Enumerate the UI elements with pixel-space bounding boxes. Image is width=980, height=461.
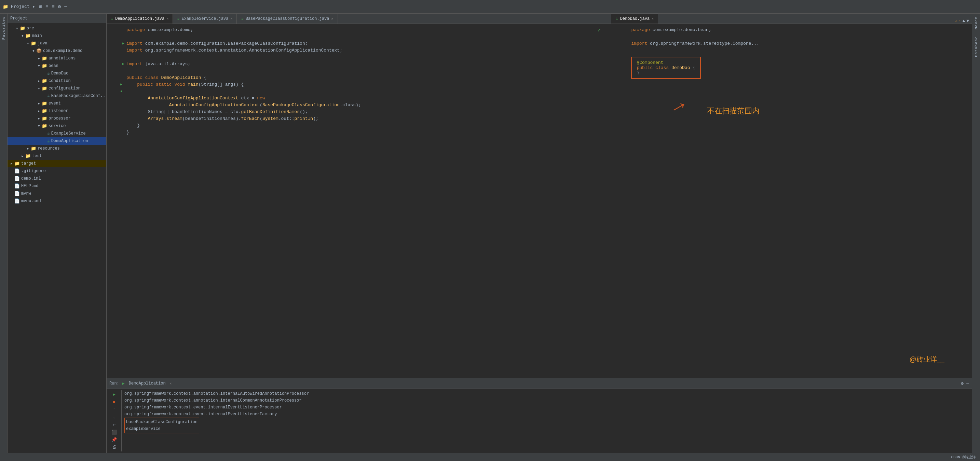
tab-basepackage[interactable]: ☕ BasePackageClassConfiguration.java ✕ xyxy=(237,14,337,24)
tree-item-annotations[interactable]: ▸ 📁 annotations xyxy=(8,55,106,62)
code-line-close1: } xyxy=(107,122,611,129)
tree-item-src[interactable]: ▾ 📁 src xyxy=(8,25,106,32)
icon-list[interactable]: ≡ xyxy=(45,4,48,10)
code-line-import3: ▶ import java.util.Arrays; xyxy=(107,61,611,68)
tree-item-main[interactable]: ▾ 📁 main xyxy=(8,32,106,40)
tree-item-event[interactable]: ▸ 📁 event xyxy=(8,100,106,107)
tree-item-mvnw-cmd[interactable]: 📄 mvnw.cmd xyxy=(8,197,106,205)
sidebar-header: Project xyxy=(8,14,106,23)
tab-exampleservice-label: ExampleService.java xyxy=(182,16,229,21)
code-line-class: public class DemoApplication { xyxy=(107,74,611,81)
tree-item-test[interactable]: ▸ 📁 test xyxy=(8,152,106,160)
tree-item-help-md[interactable]: 📄 HELP.md xyxy=(8,182,106,190)
maven-label[interactable]: Maven xyxy=(974,16,978,29)
arrow-annotation: → xyxy=(668,94,690,120)
tree-item-condition[interactable]: ▸ 📁 condition xyxy=(8,77,106,85)
tab-demoapplication[interactable]: ☕ DemoApplication.java ✕ xyxy=(107,14,173,24)
annotation-line-1: @Component xyxy=(636,60,695,65)
status-text: CSDN @砖业洋 xyxy=(951,455,976,459)
run-settings-icon[interactable]: ⚙ xyxy=(961,381,964,386)
code-line-import2: import org.springframework.context.annot… xyxy=(107,47,611,54)
close-run-tab[interactable]: ✕ xyxy=(170,382,172,385)
bottom-panel-content: ▶ ■ ↑ ↓ ↩ ⬛ 📌 🖨 org.springframework.cont… xyxy=(107,389,972,453)
tree-item-gitignore[interactable]: 📄 .gitignore xyxy=(8,167,106,175)
pin-btn[interactable]: 📌 xyxy=(111,437,118,442)
run-btn[interactable]: ▶ xyxy=(111,392,118,397)
icon-list2[interactable]: ≣ xyxy=(52,4,54,10)
tree-item-configuration[interactable]: ▾ 📁 configuration xyxy=(8,85,106,92)
top-bar-icons: ⊞ ≡ ≣ ⚙ — xyxy=(39,4,67,10)
tree-item-basepackage[interactable]: ☕ BasePackageClassConf... xyxy=(8,92,106,100)
nav-down-icon[interactable]: ▼ xyxy=(966,19,969,24)
tab-demodao[interactable]: ☕ DemoDao.java ✕ xyxy=(611,14,658,24)
left-vert-label: Favorites xyxy=(2,16,6,40)
tree-item-java[interactable]: ▾ 📁 java xyxy=(8,40,106,47)
tree-item-demo-iml[interactable]: 📄 demo.iml xyxy=(8,175,106,182)
run-icon: ▶ xyxy=(122,381,125,386)
scroll-up-btn[interactable]: ↑ xyxy=(111,407,118,412)
bottom-panel-header: Run: ▶ DemoApplication ✕ ⚙ — xyxy=(107,378,972,389)
tree-item-listener[interactable]: ▸ 📁 listener xyxy=(8,107,106,115)
tree-item-demoapplication[interactable]: ☕ DemoApplication xyxy=(8,137,106,145)
tree-item-target[interactable]: ▸ 📁 target xyxy=(8,160,106,167)
print-btn[interactable]: 🖨 xyxy=(111,445,118,450)
annotation-box: @Component public class DemoDao { } xyxy=(631,57,701,79)
right-code-blank2 xyxy=(611,47,972,54)
run-tab[interactable]: DemoApplication xyxy=(127,381,167,386)
icon-grid[interactable]: ⊞ xyxy=(39,4,42,10)
scroll-down-btn[interactable]: ↓ xyxy=(111,414,118,420)
tree-item-exampleservice[interactable]: ☕ ExampleService xyxy=(8,130,106,137)
right-editor-pane: ☕ DemoDao.java ✕ ⚠ 1 ▲ ▼ pac xyxy=(611,14,972,378)
tree-item-bean[interactable]: ▾ 📁 bean xyxy=(8,62,106,70)
icon-minimize[interactable]: — xyxy=(64,4,67,10)
watermark: @砖业洋__ xyxy=(909,355,945,364)
code-line-import1: ▶ import com.example.demo.configuration.… xyxy=(107,40,611,47)
close-tab-exampleservice[interactable]: ✕ xyxy=(230,17,232,21)
icon-settings[interactable]: ⚙ xyxy=(58,4,61,10)
database-label[interactable]: Database xyxy=(974,36,978,57)
editors-split: ☕ DemoApplication.java ✕ ☕ ExampleServic… xyxy=(107,14,972,378)
top-bar-left: 📁 Project ▾ xyxy=(3,4,35,10)
tab-demoapplication-label: DemoApplication.java xyxy=(115,16,164,21)
log-line-highlighted: basePackageClassConfigurationexampleServ… xyxy=(124,418,966,433)
left-vert-sidebar: Favorites xyxy=(0,14,8,453)
close-tab-basepackage[interactable]: ✕ xyxy=(331,17,333,21)
status-bar: CSDN @砖业洋 xyxy=(0,453,980,461)
project-title[interactable]: Project xyxy=(11,4,30,9)
close-tab-demoapplication[interactable]: ✕ xyxy=(166,17,169,21)
tree-item-demodao[interactable]: ☕ DemoDao xyxy=(8,70,106,77)
tree-item-resources[interactable]: ▸ 📁 resources xyxy=(8,145,106,152)
code-line-1: package com.example.demo; xyxy=(107,27,611,33)
sidebar-header-label: Project xyxy=(10,16,27,21)
run-minimize-icon[interactable]: — xyxy=(966,381,969,386)
check-icon: ✓ xyxy=(598,27,601,33)
log-line-2: org.springframework.context.annotation.i… xyxy=(124,397,966,404)
tree-item-service[interactable]: ▾ 📁 service xyxy=(8,122,106,130)
tree-item-mvnw[interactable]: 📄 mvnw xyxy=(8,190,106,197)
right-code-area: package com.example.demo.bean; import or… xyxy=(611,24,972,378)
log-box: basePackageClassConfigurationexampleServ… xyxy=(124,418,199,433)
code-line-blank1 xyxy=(107,33,611,40)
bottom-toolbar-right: ⚙ — xyxy=(961,381,969,386)
tree: ▾ 📁 src ▾ 📁 main ▾ 📁 java ▾ 📦 com.exampl… xyxy=(8,23,106,453)
code-line-ctx1: AnnotationConfigApplicationContext ctx =… xyxy=(107,95,611,102)
dropdown-icon[interactable]: ▾ xyxy=(32,4,35,10)
code-line-blank2 xyxy=(107,54,611,61)
tab-exampleservice[interactable]: ☕ ExampleService.java ✕ xyxy=(173,14,237,24)
annotation-line-2: public class DemoDao { xyxy=(636,65,695,70)
wrap-btn[interactable]: ↩ xyxy=(111,422,118,428)
code-line-close2: } xyxy=(107,129,611,136)
left-editor-pane: ☕ DemoApplication.java ✕ ☕ ExampleServic… xyxy=(107,14,611,378)
right-code-line-1: package com.example.demo.bean; xyxy=(611,27,972,33)
folder-icon: 📁 xyxy=(3,4,8,10)
tree-item-com-example-demo[interactable]: ▾ 📦 com.example.demo xyxy=(8,47,106,55)
sidebar: Project ▾ 📁 src ▾ 📁 main ▾ 📁 java ▾ 📦 co xyxy=(8,14,107,453)
bottom-panel: Run: ▶ DemoApplication ✕ ⚙ — ▶ ■ ↑ ↓ ↩ ⬛ xyxy=(107,378,972,453)
right-sidebar: Maven Database xyxy=(972,14,980,453)
warn-icon: ⚠ xyxy=(955,19,958,24)
stop-btn[interactable]: ■ xyxy=(111,399,118,405)
close-tab-demodao[interactable]: ✕ xyxy=(652,17,654,21)
filter-btn[interactable]: ⬛ xyxy=(111,429,118,435)
tree-item-processor[interactable]: ▸ 📁 processor xyxy=(8,115,106,122)
nav-up-icon[interactable]: ▲ xyxy=(962,19,965,24)
